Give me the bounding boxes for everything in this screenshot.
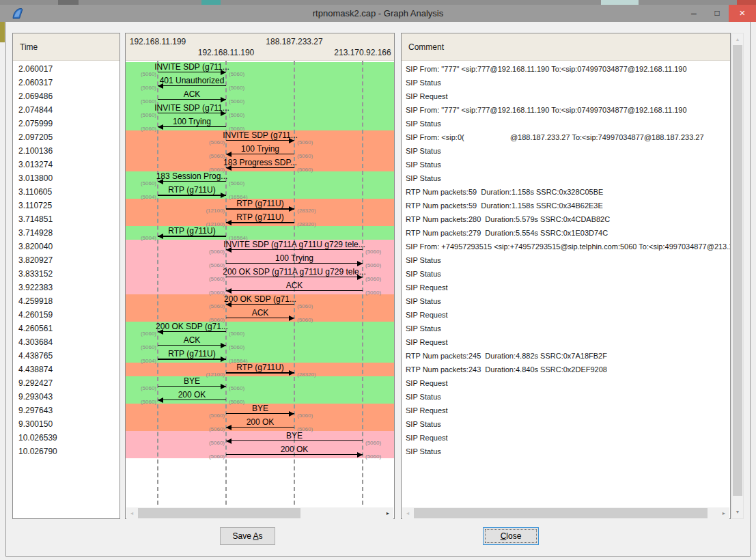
comment-vertical-scrollbar[interactable]: ▲ ▼	[731, 33, 744, 519]
flow-arrow-row[interactable]: RTP (g711U)(5004)(16564)	[126, 349, 394, 363]
comment-text[interactable]: SIP From: "777" <sip:777@192.168.11.190 …	[402, 62, 730, 76]
time-value[interactable]: 10.026790	[13, 445, 120, 458]
comment-text[interactable]: SIP Request	[402, 89, 730, 103]
flow-arrow-row[interactable]: RTP (g711U)(12100)(28320)	[126, 363, 394, 376]
flow-arrow-row[interactable]: 100 Trying(5060)(5060)	[126, 117, 394, 130]
flow-arrow-row[interactable]: RTP (g711U)(12100)(28320)	[126, 212, 394, 226]
comment-text[interactable]: SIP Status	[402, 390, 730, 404]
flow-arrow-row[interactable]: 200 OK(5060)(5060)	[126, 445, 394, 458]
flow-arrow-row[interactable]: BYE(5060)(5060)	[126, 376, 394, 390]
flow-arrow-row[interactable]: 183 Progress SDP...(5060)(5060)	[126, 158, 394, 171]
comment-text[interactable]: SIP Status	[402, 253, 730, 267]
comment-text[interactable]: SIP From: "777" <sip:777@192.168.11.190 …	[402, 103, 730, 117]
flow-arrow-row[interactable]: INVITE SDP (g711A g711U g729 tele...(506…	[126, 240, 394, 253]
graph-scrollbar-thumb[interactable]	[138, 508, 300, 518]
time-value[interactable]: 2.075999	[13, 117, 120, 130]
flow-arrow-row[interactable]: 183 Session Prog...(5060)(5060)	[126, 171, 394, 185]
time-value[interactable]: 3.714928	[13, 226, 120, 240]
comment-text[interactable]: RTP Num packets:243 Duration:4.840s SSRC…	[402, 363, 730, 376]
scroll-right-icon[interactable]: ►	[382, 507, 393, 519]
time-value[interactable]: 9.297643	[13, 404, 120, 417]
flow-arrow-row[interactable]: ACK(5060)(5060)	[126, 308, 394, 322]
time-value[interactable]: 4.438874	[13, 363, 120, 376]
time-value[interactable]: 3.922383	[13, 281, 120, 294]
close-window-button[interactable]: ×	[729, 5, 756, 22]
flow-arrow-row[interactable]: RTP (g711U)(5004)(16564)	[126, 185, 394, 199]
scroll-left-icon[interactable]: ◄	[402, 507, 413, 519]
time-value[interactable]: 2.069486	[13, 89, 120, 103]
comment-text[interactable]: SIP Request	[402, 281, 730, 294]
time-value[interactable]: 2.074844	[13, 103, 120, 117]
flow-arrow-row[interactable]: INVITE SDP (g711...(5060)(5060)	[126, 62, 394, 76]
comment-text[interactable]: SIP Status	[402, 171, 730, 185]
comment-text[interactable]: SIP Status	[402, 144, 730, 158]
comment-text[interactable]: RTP Num packets:280 Duration:5.579s SSRC…	[402, 212, 730, 226]
time-value[interactable]: 3.013800	[13, 171, 120, 185]
flow-arrow-row[interactable]: 200 OK(5060)(5060)	[126, 417, 394, 431]
comment-text[interactable]: SIP Request	[402, 404, 730, 417]
time-value[interactable]: 3.110605	[13, 185, 120, 199]
time-value[interactable]: 4.259918	[13, 294, 120, 308]
comment-text[interactable]: RTP Num packets:279 Duration:5.554s SSRC…	[402, 226, 730, 240]
maximize-button[interactable]: □	[705, 5, 729, 22]
comment-text[interactable]: SIP Status	[402, 445, 730, 458]
flow-arrow-row[interactable]: 200 OK SDP (g711A g711U g729 tele...(506…	[126, 267, 394, 281]
comment-text[interactable]: SIP Status	[402, 117, 730, 130]
close-button[interactable]: Close	[483, 527, 539, 545]
comment-text[interactable]: SIP Status	[402, 417, 730, 431]
time-value[interactable]: 2.060317	[13, 76, 120, 89]
comment-text[interactable]: RTP Num packets:245 Duration:4.882s SSRC…	[402, 349, 730, 363]
flow-arrow-row[interactable]: 200 OK SDP (g71...(5060)(5060)	[126, 294, 394, 308]
time-value[interactable]: 2.097205	[13, 130, 120, 144]
comment-text[interactable]: RTP Num packets:59 Duration:1.158s SSRC:…	[402, 185, 730, 199]
comment-text[interactable]: SIP Status	[402, 76, 730, 89]
flow-arrow-row[interactable]: 200 OK(5060)(5060)	[126, 390, 394, 404]
flow-arrow-row[interactable]: RTP (g711U)(12100)(28320)	[126, 199, 394, 212]
comment-horizontal-scrollbar[interactable]: ◄ ►	[402, 507, 729, 519]
comment-text[interactable]: SIP Request	[402, 335, 730, 349]
flow-arrow-row[interactable]: INVITE SDP (g711...(5060)(5060)	[126, 130, 394, 144]
comment-scrollbar-thumb[interactable]	[414, 508, 708, 518]
flow-arrow-row[interactable]: BYE(5060)(5060)	[126, 431, 394, 445]
time-value[interactable]: 10.026539	[13, 431, 120, 445]
flow-arrow-row[interactable]: 401 Unauthorized(5060)(5060)	[126, 76, 394, 89]
time-value[interactable]: 3.833152	[13, 267, 120, 281]
flow-arrow-row[interactable]: INVITE SDP (g711...(5060)(5060)	[126, 103, 394, 117]
time-value[interactable]: 4.260561	[13, 322, 120, 335]
time-value[interactable]: 9.300150	[13, 417, 120, 431]
flow-arrow-row[interactable]: ACK(5060)(5060)	[126, 335, 394, 349]
scroll-down-icon[interactable]: ▼	[732, 507, 743, 518]
flow-arrow-row[interactable]: ACK(5060)(5060)	[126, 89, 394, 103]
time-value[interactable]: 2.100136	[13, 144, 120, 158]
time-value[interactable]: 2.060017	[13, 62, 120, 76]
flow-arrow-row[interactable]: 100 Trying(5060)(5060)	[126, 253, 394, 267]
flow-arrow-row[interactable]: RTP (g711U)(5004)(16564)	[126, 226, 394, 240]
time-value[interactable]: 3.820927	[13, 253, 120, 267]
time-value[interactable]: 3.110725	[13, 199, 120, 212]
minimize-button[interactable]: –	[682, 5, 705, 22]
flow-arrow-row[interactable]: BYE(5060)(5060)	[126, 404, 394, 417]
time-value[interactable]: 4.260159	[13, 308, 120, 322]
scroll-left-icon[interactable]: ◄	[126, 507, 137, 519]
comment-text[interactable]: SIP Status	[402, 294, 730, 308]
comment-text[interactable]: SIP Status	[402, 322, 730, 335]
comment-text[interactable]: SIP Request	[402, 431, 730, 445]
comment-text[interactable]: SIP Status	[402, 158, 730, 171]
time-value[interactable]: 4.438765	[13, 349, 120, 363]
time-value[interactable]: 3.714851	[13, 212, 120, 226]
graph-horizontal-scrollbar[interactable]: ◄ ►	[126, 507, 393, 519]
scroll-up-icon[interactable]: ▲	[732, 34, 743, 45]
vertical-scrollbar-thumb[interactable]	[733, 45, 742, 496]
scroll-right-icon[interactable]: ►	[718, 507, 729, 519]
flow-arrow-row[interactable]: ACK(5060)(5060)	[126, 281, 394, 294]
flow-arrow-row[interactable]: 200 OK SDP (g71...(5060)(5060)	[126, 322, 394, 335]
time-value[interactable]: 9.293043	[13, 390, 120, 404]
comment-text[interactable]: SIP From: <sip:0( @188.187.233.27 To:<si…	[402, 130, 730, 144]
time-value[interactable]: 3.820040	[13, 240, 120, 253]
time-value[interactable]: 3.013274	[13, 158, 120, 171]
save-as-button[interactable]: Save As	[220, 527, 275, 545]
flow-arrow-row[interactable]: 100 Trying(5060)(5060)	[126, 144, 394, 158]
comment-text[interactable]: SIP Status	[402, 267, 730, 281]
comment-text[interactable]: SIP Request	[402, 308, 730, 322]
comment-text[interactable]: SIP From: +74957293515 <sip:+74957293515…	[402, 240, 730, 253]
